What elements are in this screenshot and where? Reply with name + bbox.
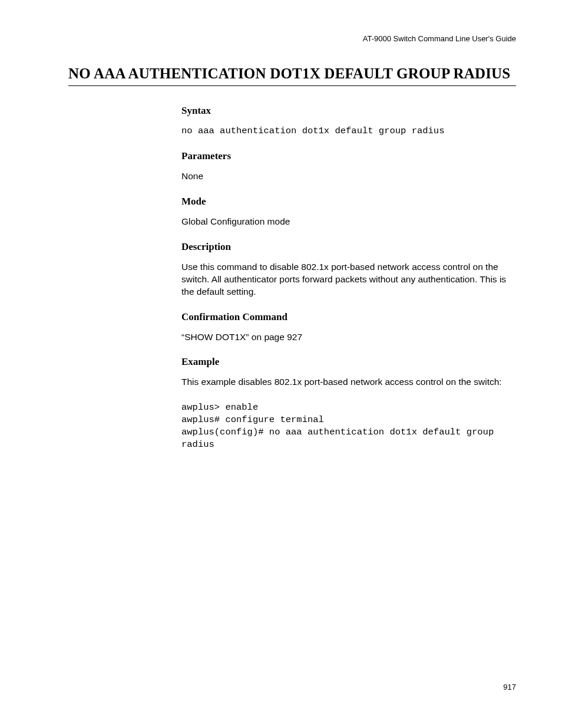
confirmation-heading: Confirmation Command [181, 311, 516, 323]
page-number: 917 [503, 683, 516, 691]
running-header: AT-9000 Switch Command Line User's Guide [363, 34, 516, 43]
parameters-heading: Parameters [181, 150, 516, 162]
syntax-heading: Syntax [181, 105, 516, 117]
mode-text: Global Configuration mode [181, 216, 516, 228]
document-page: AT-9000 Switch Command Line User's Guide… [0, 0, 562, 728]
command-title: NO AAA AUTHENTICATION DOT1X DEFAULT GROU… [68, 65, 516, 86]
description-text: Use this command to disable 802.1x port-… [181, 261, 516, 298]
mode-heading: Mode [181, 196, 516, 207]
example-heading: Example [181, 356, 516, 368]
description-heading: Description [181, 241, 516, 253]
content-area: Syntax no aaa authentication dot1x defau… [181, 105, 516, 464]
confirmation-text: “SHOW DOT1X” on page 927 [181, 331, 516, 344]
example-code: awplus> enable awplus# configure termina… [181, 401, 516, 451]
parameters-text: None [181, 170, 516, 183]
example-text: This example disables 802.1x port-based … [181, 376, 516, 388]
syntax-code: no aaa authentication dot1x default grou… [181, 125, 516, 137]
